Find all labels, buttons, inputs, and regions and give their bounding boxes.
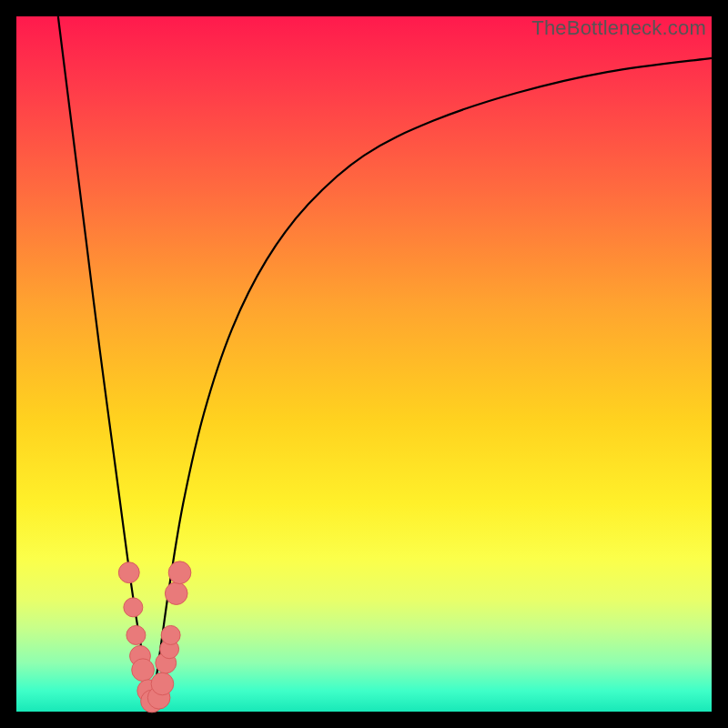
chart-frame: TheBottleneck.com [0, 0, 728, 728]
plot-area: TheBottleneck.com [16, 16, 712, 712]
data-marker [126, 625, 146, 644]
data-marker [165, 582, 187, 605]
data-markers [118, 561, 191, 713]
bottleneck-curve-right [152, 58, 712, 712]
data-marker [124, 598, 143, 617]
data-marker [132, 659, 155, 682]
data-marker [118, 562, 139, 583]
data-marker [168, 561, 191, 584]
data-marker [151, 672, 174, 695]
data-marker [161, 625, 180, 644]
chart-svg [16, 16, 712, 712]
